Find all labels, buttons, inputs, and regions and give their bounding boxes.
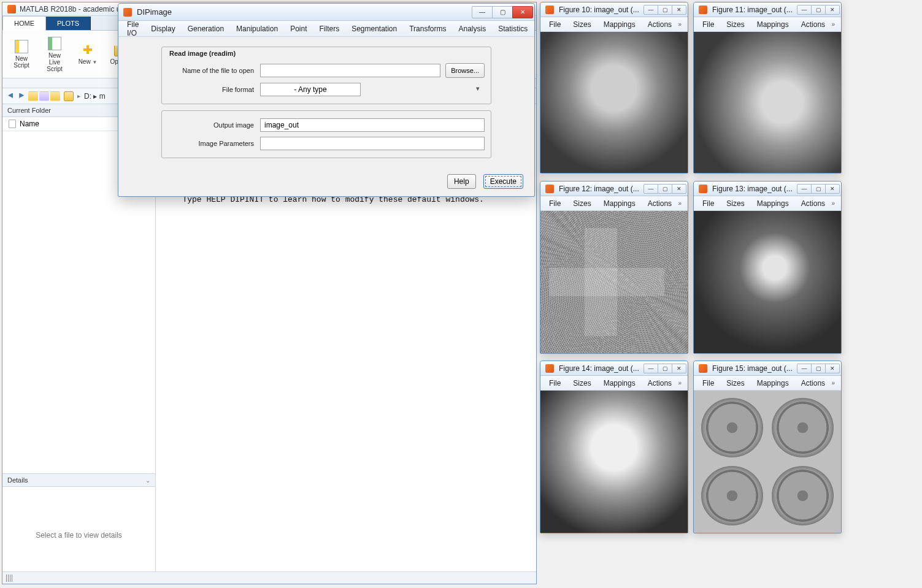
chevron-menu-icon[interactable]: » bbox=[678, 21, 685, 28]
minimize-button[interactable]: — bbox=[472, 6, 493, 18]
menu-mappings[interactable]: Mappings bbox=[597, 376, 642, 390]
maximize-button[interactable]: ▢ bbox=[492, 6, 513, 18]
figure-title-bar[interactable]: Figure 14: image_out (... —▢✕ bbox=[540, 361, 688, 376]
figure-canvas[interactable] bbox=[540, 211, 688, 353]
minimize-button[interactable]: — bbox=[797, 184, 812, 194]
menu-sizes[interactable]: Sizes bbox=[720, 376, 750, 390]
menu-display[interactable]: Display bbox=[145, 22, 181, 36]
menu-sizes[interactable]: Sizes bbox=[567, 18, 597, 31]
menu-actions[interactable]: Actions bbox=[642, 18, 678, 31]
close-button[interactable]: ✕ bbox=[672, 364, 686, 373]
execute-button[interactable]: Execute bbox=[483, 174, 523, 189]
close-button[interactable]: ✕ bbox=[512, 6, 533, 18]
menu-file[interactable]: File bbox=[696, 197, 720, 210]
menu-file[interactable]: File bbox=[543, 376, 567, 390]
menu-actions[interactable]: Actions bbox=[795, 197, 831, 210]
menu-generation[interactable]: Generation bbox=[182, 22, 230, 36]
path-crumb[interactable]: D: ▸ m bbox=[84, 92, 106, 101]
nav-back-icon[interactable]: ⯇ bbox=[6, 91, 16, 101]
menu-statistics[interactable]: Statistics bbox=[492, 22, 534, 36]
chevron-menu-icon[interactable]: » bbox=[831, 200, 839, 207]
maximize-button[interactable]: ▢ bbox=[658, 5, 672, 15]
dip-title-bar[interactable]: DIPimage — ▢ ✕ bbox=[118, 4, 534, 21]
menu-sizes[interactable]: Sizes bbox=[567, 376, 597, 390]
tab-home[interactable]: HOME bbox=[2, 16, 46, 31]
chevron-menu-icon[interactable]: » bbox=[831, 21, 839, 28]
menu-manipulation[interactable]: Manipulation bbox=[230, 22, 284, 36]
menu-sizes[interactable]: Sizes bbox=[567, 197, 597, 210]
new-live-script-button[interactable]: New Live Script bbox=[39, 36, 70, 74]
details-header[interactable]: Details ⌄ bbox=[2, 474, 155, 487]
menu-actions[interactable]: Actions bbox=[795, 18, 831, 31]
nav-fwd-icon[interactable]: ⯈ bbox=[17, 91, 27, 101]
figure-title-bar[interactable]: Figure 11: image_out (... —▢✕ bbox=[694, 2, 841, 17]
new-button[interactable]: New ▼ bbox=[72, 36, 103, 74]
menu-sizes[interactable]: Sizes bbox=[720, 197, 750, 210]
maximize-button[interactable]: ▢ bbox=[658, 184, 672, 194]
chevron-menu-icon[interactable]: » bbox=[831, 380, 839, 386]
minimize-button[interactable]: — bbox=[643, 364, 658, 373]
minimize-button[interactable]: — bbox=[643, 184, 658, 194]
menu-mappings[interactable]: Mappings bbox=[597, 197, 642, 210]
close-button[interactable]: ✕ bbox=[672, 5, 686, 15]
file-to-open-input[interactable] bbox=[260, 64, 440, 77]
menu-mappings[interactable]: Mappings bbox=[751, 197, 795, 210]
folder-icon[interactable] bbox=[28, 91, 38, 101]
chevron-down-icon[interactable]: ⌄ bbox=[145, 477, 150, 484]
figure-canvas[interactable] bbox=[694, 32, 841, 173]
menu-mappings[interactable]: Mappings bbox=[751, 376, 795, 390]
folder-icon[interactable] bbox=[39, 91, 49, 101]
menu-point[interactable]: Point bbox=[284, 22, 313, 36]
file-format-select[interactable] bbox=[260, 83, 361, 96]
menu-segmentation[interactable]: Segmentation bbox=[345, 22, 403, 36]
minimize-button[interactable]: — bbox=[643, 5, 658, 15]
menu-actions[interactable]: Actions bbox=[642, 376, 678, 390]
maximize-button[interactable]: ▢ bbox=[811, 5, 826, 15]
figure-canvas[interactable] bbox=[540, 32, 688, 173]
browse-button[interactable]: Browse... bbox=[445, 63, 485, 78]
close-button[interactable]: ✕ bbox=[825, 5, 840, 15]
new-script-button[interactable]: New Script bbox=[6, 36, 37, 74]
figure-canvas[interactable] bbox=[540, 391, 688, 533]
close-button[interactable]: ✕ bbox=[825, 364, 840, 373]
menu-mappings[interactable]: Mappings bbox=[751, 18, 795, 31]
menu-file-io[interactable]: File I/O bbox=[121, 18, 145, 40]
figure-menubar: File Sizes Mappings Actions » bbox=[540, 196, 688, 211]
maximize-button[interactable]: ▢ bbox=[811, 364, 826, 373]
figure-title-bar[interactable]: Figure 15: image_out (... —▢✕ bbox=[694, 361, 841, 376]
resize-grip-icon[interactable] bbox=[6, 575, 13, 582]
figure-title-bar[interactable]: Figure 13: image_out (... —▢✕ bbox=[694, 181, 841, 196]
maximize-button[interactable]: ▢ bbox=[811, 184, 826, 194]
dip-body: Read image (readim) Name of the file to … bbox=[118, 37, 534, 172]
chevron-menu-icon[interactable]: » bbox=[678, 200, 685, 207]
chevron-menu-icon[interactable]: » bbox=[678, 380, 685, 386]
dip-menubar: File I/O Display Generation Manipulation… bbox=[118, 21, 534, 37]
figure-title-bar[interactable]: Figure 10: image_out (... —▢✕ bbox=[540, 2, 688, 17]
close-button[interactable]: ✕ bbox=[825, 184, 840, 194]
menu-analysis[interactable]: Analysis bbox=[452, 22, 492, 36]
close-button[interactable]: ✕ bbox=[672, 184, 686, 194]
figure-canvas[interactable] bbox=[694, 211, 841, 353]
menu-actions[interactable]: Actions bbox=[642, 197, 678, 210]
menu-file[interactable]: File bbox=[543, 18, 567, 31]
menu-sizes[interactable]: Sizes bbox=[720, 18, 750, 31]
image-params-input[interactable] bbox=[260, 137, 485, 150]
menu-filters[interactable]: Filters bbox=[313, 22, 345, 36]
output-image-input[interactable] bbox=[260, 118, 485, 132]
menu-file[interactable]: File bbox=[696, 376, 720, 390]
minimize-button[interactable]: — bbox=[797, 364, 812, 373]
maximize-button[interactable]: ▢ bbox=[658, 364, 672, 373]
minimize-button[interactable]: — bbox=[797, 5, 812, 15]
menu-file[interactable]: File bbox=[543, 197, 567, 210]
menu-transforms[interactable]: Transforms bbox=[403, 22, 452, 36]
menu-actions[interactable]: Actions bbox=[795, 376, 831, 390]
figure-canvas[interactable] bbox=[694, 391, 841, 533]
figure-menubar: File Sizes Mappings Actions » bbox=[694, 196, 841, 211]
folder-icon[interactable] bbox=[50, 91, 60, 101]
menu-mappings[interactable]: Mappings bbox=[597, 18, 642, 31]
help-button[interactable]: Help bbox=[447, 174, 476, 189]
menu-file[interactable]: File bbox=[696, 18, 720, 31]
figure-title-bar[interactable]: Figure 12: image_out (... —▢✕ bbox=[540, 181, 688, 196]
tab-plots[interactable]: PLOTS bbox=[46, 17, 91, 30]
matlab-logo-icon bbox=[699, 185, 707, 193]
